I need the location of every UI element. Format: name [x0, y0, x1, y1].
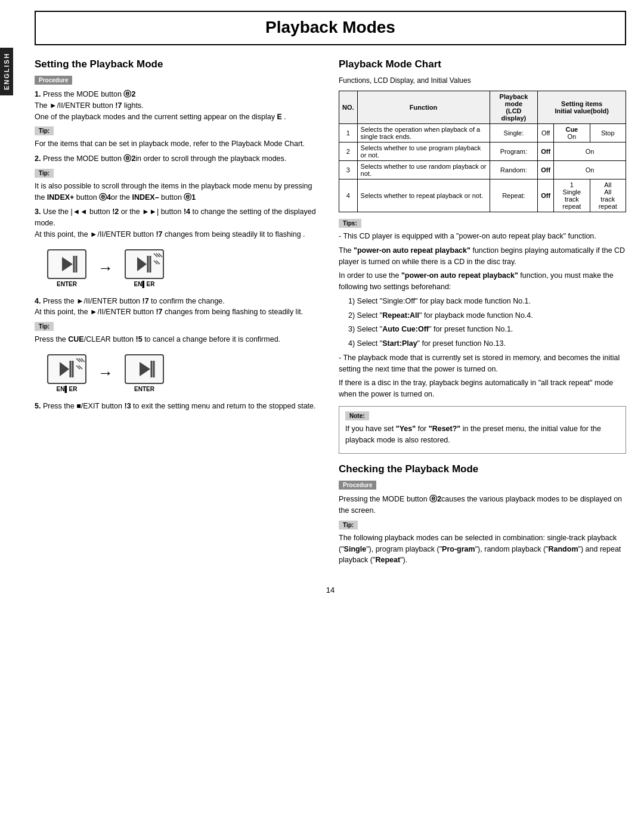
- page-title: Playback Modes: [265, 18, 395, 36]
- checking-tip-text: The following playback modes can be sele…: [339, 532, 626, 566]
- setting-4: 4) Select "Start:Play" for preset functi…: [348, 338, 626, 349]
- setting-1: 1) Select "Single:Off" for play back mod…: [348, 296, 626, 307]
- settings-list: 1) Select "Single:Off" for play back mod…: [348, 296, 626, 349]
- enter-diagram-flashing-2: EN▌ER: [47, 354, 87, 392]
- enter-label-2: EN▌ER: [134, 281, 155, 287]
- chart-title: Playback Mode Chart: [339, 58, 626, 70]
- step-5: 5. Press the ■/EXIT button !3 to exit th…: [35, 401, 322, 412]
- tip-3-text: Press the CUE/CLEAR button !5 to cancel …: [35, 334, 322, 345]
- step-1-num: 1.: [35, 90, 41, 98]
- enter-diagram-steady-2: ENTER: [124, 354, 165, 392]
- left-column: Setting the Playback Mode Procedure 1. P…: [35, 58, 322, 569]
- row1-s1: Off: [538, 124, 554, 143]
- step-3: 3. Use the |◄◄ button !2 or the ►►| butt…: [35, 206, 322, 240]
- row2-lcd: Program:: [490, 143, 538, 161]
- tip-1-text: For the items that can be set in playbac…: [35, 138, 322, 150]
- english-sidebar-label: ENGLISH: [0, 48, 13, 95]
- row1-function: Selects the operation when playback of a…: [357, 124, 490, 143]
- step-2: 2. Press the MODE button ⓔ2in order to s…: [35, 153, 322, 165]
- table-row-3: 3 Selects whether to use random playback…: [339, 161, 626, 179]
- enter-diagram-steady: ENTER: [47, 249, 87, 287]
- enter-diagram-flashing: EN▌ER: [124, 249, 165, 287]
- col-lcd: Playback mode(LCD display): [490, 91, 538, 124]
- row1-no: 1: [339, 124, 358, 143]
- procedure-badge-1: Procedure: [35, 76, 72, 85]
- row3-lcd: Random:: [490, 161, 538, 179]
- tip-2-text: It is also possible to scroll through th…: [35, 181, 322, 203]
- row3-function: Selects whether to use random playback o…: [357, 161, 490, 179]
- table-row-4: 4 Selects whether to repeat playback or …: [339, 179, 626, 212]
- row4-s1: Off: [538, 179, 554, 212]
- tip-badge-3: Tip:: [35, 322, 54, 331]
- left-section-title: Setting the Playback Mode: [35, 58, 322, 70]
- tips-badge: Tips:: [339, 219, 361, 228]
- row2-function: Selects whether to use program playback …: [357, 143, 490, 161]
- tip-r1: - This CD player is equipped with a "pow…: [339, 231, 626, 242]
- row2-s2: On: [554, 143, 626, 161]
- setting-3: 3) Select "Auto Cue:Off" for preset func…: [348, 324, 626, 335]
- checking-title: Checking the Playback Mode: [339, 463, 626, 475]
- note-badge: Note:: [345, 411, 369, 420]
- playback-mode-chart-table: NO. Function Playback mode(LCD display) …: [339, 91, 626, 212]
- col-settings: Setting itemsInitial value(bold): [538, 91, 626, 124]
- checking-text: Pressing the MODE button ⓔ2causes the va…: [339, 494, 626, 516]
- tip-r5: If there is a disc in the tray, playback…: [339, 377, 626, 400]
- procedure-badge-2: Procedure: [339, 481, 376, 490]
- enter-label-3: EN▌ER: [57, 386, 78, 392]
- row2-no: 2: [339, 143, 358, 161]
- note-text: If you have set "Yes" for "Reset?" in th…: [345, 423, 620, 446]
- step-4: 4. Press the ►/II/ENTER button !7 to con…: [35, 296, 322, 318]
- tip-badge-checking: Tip:: [339, 521, 358, 529]
- row3-s1: Off: [538, 161, 554, 179]
- row1-s3: Stop: [590, 124, 626, 143]
- row4-no: 4: [339, 179, 358, 212]
- enter-label-4: ENTER: [134, 386, 154, 392]
- row3-s2: On: [554, 161, 626, 179]
- table-row-2: 2 Selects whether to use program playbac…: [339, 143, 626, 161]
- tip-r3: In order to use the "power-on auto repea…: [339, 270, 626, 293]
- row4-function: Selects whether to repeat playback or no…: [357, 179, 490, 212]
- row4-s2: 1Singletrack repeat: [554, 179, 590, 212]
- tip-r2: The "power-on auto repeat playback" func…: [339, 245, 626, 268]
- row1-lcd: Single:: [490, 124, 538, 143]
- row4-s3: AllAlltrack repeat: [590, 179, 626, 212]
- table-row-1: 1 Selects the operation when playback of…: [339, 124, 626, 143]
- diagram-row-2: EN▌ER → ENTER: [47, 354, 322, 392]
- row4-lcd: Repeat:: [490, 179, 538, 212]
- page-title-box: Playback Modes: [35, 11, 626, 45]
- tip-r4: - The playback mode that is currently se…: [339, 352, 626, 375]
- tip-badge-1: Tip:: [35, 126, 54, 135]
- arrow-2: →: [98, 365, 113, 380]
- col-no: NO.: [339, 91, 358, 124]
- row1-s2: CueOn: [554, 124, 590, 143]
- row2-s1: Off: [538, 143, 554, 161]
- page-number: 14: [35, 586, 626, 594]
- arrow-1: →: [98, 260, 113, 275]
- tip-badge-2: Tip:: [35, 169, 54, 178]
- chart-subtitle: Functions, LCD Display, and Initial Valu…: [339, 75, 626, 86]
- diagram-row-1: ENTER → EN▌E: [47, 249, 322, 287]
- setting-2: 2) Select "Repeat:All" for playback mode…: [348, 310, 626, 321]
- enter-label-1: ENTER: [57, 281, 77, 287]
- col-function: Function: [357, 91, 490, 124]
- step-1: 1. Press the MODE button ⓔ2 The ►/II/ENT…: [35, 89, 322, 122]
- row3-no: 3: [339, 161, 358, 179]
- note-box: Note: If you have set "Yes" for "Reset?"…: [339, 406, 626, 454]
- right-column: Playback Mode Chart Functions, LCD Displ…: [339, 58, 626, 569]
